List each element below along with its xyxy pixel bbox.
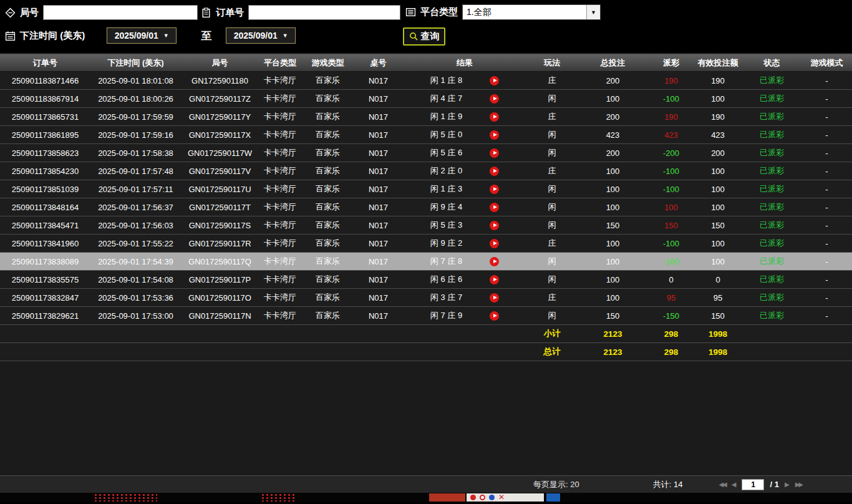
prev-page-icon[interactable]: ◀ [732,481,737,488]
cell-table_no: N017 [354,289,402,307]
cell-game: 百家乐 [301,126,354,144]
table-row[interactable]: 2509011738481642025-09-01 17:56:37GN0172… [0,198,852,216]
table-row[interactable]: 2509011738328472025-09-01 17:53:36GN0172… [0,289,852,307]
page-number-input[interactable] [742,479,764,490]
cell-order: 250901173851039 [0,180,90,198]
cell-result: 闲 5 庄 0 [402,126,527,144]
table-row[interactable]: 2509011738454712025-09-01 17:56:03GN0172… [0,216,852,235]
cell-valid: 100 [694,180,742,198]
cell-mode: - [801,72,852,90]
table-row[interactable]: 2509011738419602025-09-01 17:55:22GN0172… [0,235,852,253]
result-text: 闲 3 庄 7 [430,292,462,303]
table-row[interactable]: 2509011738296212025-09-01 17:53:00GN0172… [0,307,852,325]
cell-valid: 200 [694,144,742,162]
last-page-icon[interactable]: ▶▶ [795,481,802,488]
table-row[interactable]: 2509011738618952025-09-01 17:59:16GN0172… [0,126,852,144]
cell-bet: 闲 [527,144,577,162]
play-video-icon[interactable] [490,221,499,230]
play-video-icon[interactable] [490,239,499,248]
table-row[interactable]: 2509011738380892025-09-01 17:54:39GN0172… [0,253,852,271]
result-text: 闲 1 庄 8 [430,75,462,86]
cell-platform: 卡卡湾厅 [259,180,301,198]
cell-status: 已派彩 [742,289,801,307]
to-label: 至 [201,29,211,43]
cell-bet: 庄 [527,162,577,180]
cell-platform: 卡卡湾厅 [259,90,301,108]
cell-game: 百家乐 [301,271,354,289]
cell-order: 250901173835575 [0,271,90,289]
platform-filter-group: 平台类型 1.全部 ▼ [405,4,601,20]
cell-platform: 卡卡湾厅 [259,72,301,90]
column-header: 桌号 [354,54,402,72]
next-page-icon[interactable]: ▶ [785,481,790,488]
play-video-icon[interactable] [490,112,499,122]
play-video-icon[interactable] [490,311,499,321]
cell-total: 100 [577,253,649,271]
column-header: 玩法 [527,54,577,72]
play-video-icon[interactable] [490,257,499,266]
cell-payout: -100 [649,162,694,180]
cell-bet: 闲 [527,198,577,216]
subtotal-row: 小计21232981998 [0,325,852,343]
cell-order: 250901173858623 [0,144,90,162]
table-row[interactable]: 2509011838714662025-09-01 18:01:08GN1725… [0,72,852,90]
cell-time: 2025-09-01 17:55:22 [90,235,181,253]
list-icon [405,7,416,17]
cell-table_no: N017 [354,144,402,162]
cell-game: 百家乐 [301,162,354,180]
search-button[interactable]: 查询 [403,27,445,46]
cell-total: 100 [577,162,649,180]
cell-round: GN0172590117T [181,198,259,216]
date-to-dropdown[interactable]: 2025/09/01 ▼ [226,27,296,44]
platform-select[interactable]: 1.全部 ▼ [462,4,601,20]
cell-table_no: N017 [354,307,402,325]
cell-payout: 95 [649,289,694,307]
play-video-icon[interactable] [490,275,499,284]
cell-round: GN0172590117Y [181,108,259,126]
play-video-icon[interactable] [490,167,499,176]
play-video-icon[interactable] [490,94,499,104]
table-row[interactable]: 2509011738586232025-09-01 17:58:38GN0172… [0,144,852,162]
cell-status: 已派彩 [742,307,801,325]
order-input[interactable] [248,5,400,20]
cell-bet: 闲 [527,180,577,198]
cell-mode: - [801,216,852,235]
play-video-icon[interactable] [490,130,499,140]
date-to-value: 2025/09/01 [234,31,278,41]
first-page-icon[interactable]: ◀◀ [719,481,725,488]
cell-result: 闲 7 庄 9 [402,307,527,325]
cell-status: 已派彩 [742,253,801,271]
round-input[interactable] [43,5,198,20]
cell-order: 250901173829621 [0,307,90,325]
play-video-icon[interactable] [490,148,499,158]
cell-status: 已派彩 [742,216,801,235]
cell-payout: 190 [649,108,694,126]
result-text: 闲 5 庄 0 [430,129,462,140]
play-video-icon[interactable] [490,203,499,212]
chevron-down-icon: ▼ [163,32,169,39]
play-video-icon[interactable] [490,185,499,194]
date-from-dropdown[interactable]: 2025/09/01 ▼ [107,27,177,44]
cell-time: 2025-09-01 17:54:39 [90,253,181,271]
column-header: 游戏模式 [801,54,852,72]
cell-order: 250901173848164 [0,198,90,216]
chevron-down-icon[interactable]: ▼ [586,5,600,19]
cell-status: 已派彩 [742,235,801,253]
table-row[interactable]: 2509011738355752025-09-01 17:54:08GN0172… [0,271,852,289]
cell-payout: 150 [649,216,694,235]
cell-round: GN1725901180 [181,72,259,90]
cell-payout: -100 [649,90,694,108]
cell-round: GN0172590117Q [181,253,259,271]
cell-time: 2025-09-01 17:54:08 [90,271,181,289]
play-video-icon[interactable] [490,76,499,85]
table-row[interactable]: 2509011738510392025-09-01 17:57:11GN0172… [0,180,852,198]
result-text: 闲 5 庄 6 [430,147,462,158]
cell-status: 已派彩 [742,162,801,180]
roadmap-dots-fragment [94,493,157,502]
table-row[interactable]: 2509011838679142025-09-01 18:00:26GN0172… [0,90,852,108]
column-header: 派彩 [649,54,694,72]
play-video-icon[interactable] [490,293,499,303]
grand-total-row: 总计21232981998 [0,343,852,361]
table-row[interactable]: 2509011738542302025-09-01 17:57:48GN0172… [0,162,852,180]
table-row[interactable]: 2509011738657312025-09-01 17:59:59GN0172… [0,108,852,126]
